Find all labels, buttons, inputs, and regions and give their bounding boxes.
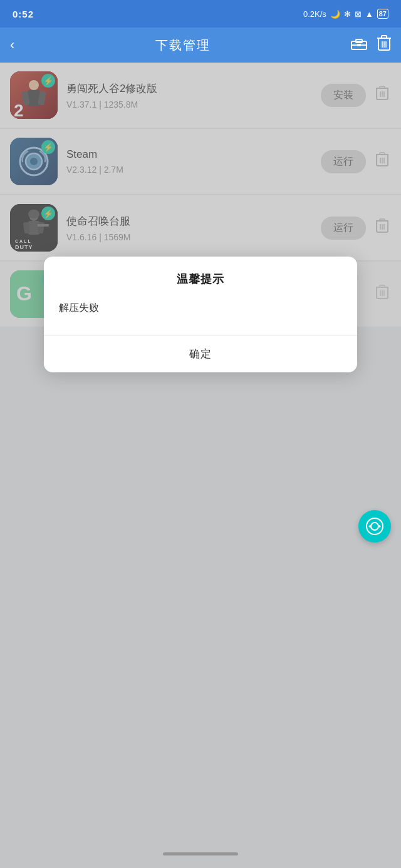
dialog-footer: 确定: [44, 335, 357, 372]
wifi-icon: ▲: [365, 9, 373, 19]
main-content: 2 ⚡ 勇闯死人谷2修改版 V1.37.1 | 1235.8M 安装: [0, 63, 401, 868]
dialog-message: 解压失败: [59, 302, 99, 313]
delete-all-button[interactable]: [377, 35, 391, 55]
dialog: 温馨提示 解压失败 确定: [44, 257, 357, 372]
back-button[interactable]: ‹: [10, 37, 14, 53]
dialog-confirm-button[interactable]: 确定: [44, 335, 357, 372]
dialog-header: 温馨提示: [44, 257, 357, 287]
network-speed: 0.2K/s: [303, 9, 326, 19]
status-time: 0:52: [13, 9, 34, 19]
battery-icon: 87: [377, 9, 388, 19]
toolbox-button[interactable]: [351, 36, 367, 54]
svg-point-59: [371, 523, 378, 530]
header-actions: [351, 35, 391, 55]
dialog-overlay: 温馨提示 解压失败 确定: [0, 63, 401, 868]
status-bar: 0:52 0.2K/s 🌙 ✻ ⊠ ▲ 87: [0, 0, 401, 28]
svg-rect-3: [357, 44, 361, 46]
fab-support-button[interactable]: [358, 510, 391, 543]
moon-icon: 🌙: [330, 9, 340, 19]
header: ‹ 下载管理: [0, 28, 401, 63]
page-title: 下载管理: [155, 37, 211, 54]
dialog-title: 温馨提示: [59, 272, 342, 287]
bluetooth-icon: ✻: [344, 9, 351, 19]
status-right: 0.2K/s 🌙 ✻ ⊠ ▲ 87: [303, 9, 388, 19]
svg-rect-6: [382, 36, 387, 38]
sim-icon: ⊠: [355, 9, 362, 19]
dialog-body: 解压失败: [44, 287, 357, 335]
